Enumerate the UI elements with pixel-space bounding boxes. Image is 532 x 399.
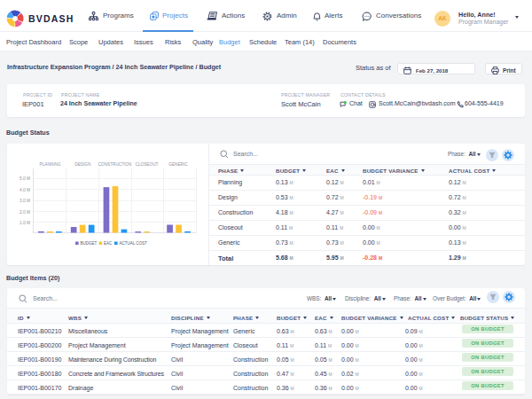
svg-text:GENERIC: GENERIC xyxy=(168,162,188,167)
svg-text:CLOSEOUT: CLOSEOUT xyxy=(136,162,159,167)
svg-text:CONSTRUCTION: CONSTRUCTION xyxy=(98,162,132,167)
svg-text:2.0 M: 2.0 M xyxy=(20,210,30,215)
svg-text:DESIGN: DESIGN xyxy=(74,162,90,167)
svg-text:ACTUAL COST: ACTUAL COST xyxy=(120,241,148,246)
svg-text:1.0 M: 1.0 M xyxy=(20,221,30,225)
svg-text:5.0 M: 5.0 M xyxy=(20,176,30,181)
svg-text:EAC: EAC xyxy=(104,241,113,246)
svg-text:PLANNING: PLANNING xyxy=(40,162,61,167)
svg-text:4.0 M: 4.0 M xyxy=(20,188,30,192)
svg-text:3.0 M: 3.0 M xyxy=(20,199,30,203)
svg-text:BUDGET: BUDGET xyxy=(81,241,98,246)
